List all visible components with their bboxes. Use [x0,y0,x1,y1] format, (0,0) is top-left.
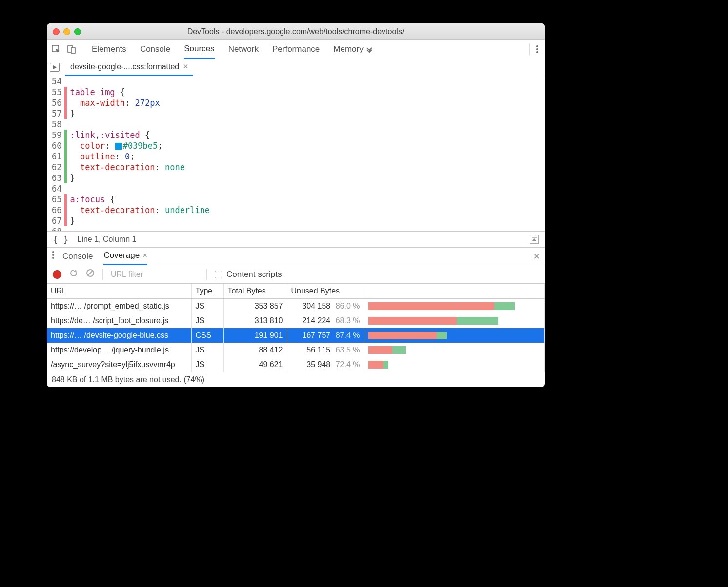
svg-point-8 [52,254,54,256]
file-tab-label: devsite-google-....css:formatted [70,62,179,71]
main-toolbar: ElementsConsoleSourcesNetworkPerformance… [47,40,545,59]
table-row[interactable]: https://develop… /jquery-bundle.jsJS88 4… [47,343,545,357]
table-row[interactable]: https://… /prompt_embed_static.jsJS353 8… [47,299,545,314]
tab-network[interactable]: Network [228,40,259,59]
clear-icon[interactable] [86,269,95,280]
drawer-menu-icon[interactable] [52,251,55,262]
close-drawer-tab-icon[interactable]: × [142,251,147,260]
tab-sources[interactable]: Sources [184,40,214,59]
column-header[interactable] [364,284,545,299]
close-tab-icon[interactable]: × [183,61,188,72]
svg-line-11 [88,271,93,275]
code-editor[interactable]: 545556575859606162636465666768 table img… [47,76,545,231]
file-tab-bar: devsite-google-....css:formatted × [47,59,545,76]
checkbox-icon[interactable] [215,271,222,278]
record-button[interactable] [53,270,61,279]
column-header[interactable]: Unused Bytes [287,284,364,299]
maximize-icon[interactable] [74,28,81,35]
device-toggle-icon[interactable] [67,45,76,54]
more-tabs-icon[interactable] [365,45,373,53]
drawer-tab-console[interactable]: Console [62,248,93,265]
svg-point-7 [52,251,54,253]
column-header[interactable]: Type [191,284,223,299]
main-tabs: ElementsConsoleSourcesNetworkPerformance… [92,40,364,59]
drawer-tab-coverage[interactable]: Coverage× [103,248,147,265]
coverage-table: URLTypeTotal BytesUnused Bytes https://…… [47,284,545,372]
pretty-print-icon[interactable]: { } [53,235,69,245]
svg-rect-6 [532,237,537,238]
svg-rect-2 [71,48,75,53]
svg-point-4 [536,48,538,50]
minimize-icon[interactable] [63,28,70,35]
separator [529,43,530,55]
svg-rect-0 [52,45,59,52]
url-filter-input[interactable]: URL filter [111,270,199,279]
editor-status-bar: { } Line 1, Column 1 [47,231,545,248]
window-controls [53,28,81,35]
reload-icon[interactable] [69,269,78,280]
svg-point-5 [536,51,538,53]
coverage-toolbar: URL filter Content scripts [47,265,545,284]
file-tab[interactable]: devsite-google-....css:formatted × [65,59,193,76]
table-row[interactable]: https://de… /script_foot_closure.jsJS313… [47,313,545,328]
separator [102,269,103,280]
table-row[interactable]: https://… /devsite-google-blue.cssCSS191… [47,328,545,343]
column-header[interactable]: URL [47,284,191,299]
tab-console[interactable]: Console [140,40,170,59]
kebab-menu-icon[interactable] [536,45,539,54]
sidebar-toggle-icon[interactable] [530,235,539,244]
table-row[interactable]: /async_survey?site=ylj5ifxusvvmr4pJS49 6… [47,357,545,372]
close-drawer-icon[interactable]: × [533,250,540,263]
inspect-icon[interactable] [52,45,61,54]
table-header-row: URLTypeTotal BytesUnused Bytes [47,284,545,299]
tab-elements[interactable]: Elements [92,40,126,59]
code-content[interactable]: table img { max-width: 272px}:link,:visi… [67,76,210,231]
separator [206,269,207,280]
tab-performance[interactable]: Performance [272,40,320,59]
drawer-tab-bar: ConsoleCoverage× × [47,248,545,265]
content-scripts-checkbox[interactable]: Content scripts [215,270,282,279]
tab-memory[interactable]: Memory [333,40,363,59]
window-title: DevTools - developers.google.com/web/too… [47,27,545,36]
close-icon[interactable] [53,28,60,35]
column-header[interactable]: Total Bytes [223,284,287,299]
content-scripts-label: Content scripts [226,270,282,279]
cursor-position: Line 1, Column 1 [78,235,137,244]
coverage-summary: 848 KB of 1.1 MB bytes are not used. (74… [47,372,545,387]
navigator-toggle-icon[interactable] [50,63,60,72]
line-number-gutter: 545556575859606162636465666768 [47,76,64,231]
titlebar[interactable]: DevTools - developers.google.com/web/too… [47,23,545,40]
devtools-window: DevTools - developers.google.com/web/too… [47,23,545,387]
svg-point-3 [536,45,538,47]
svg-point-9 [52,257,54,259]
